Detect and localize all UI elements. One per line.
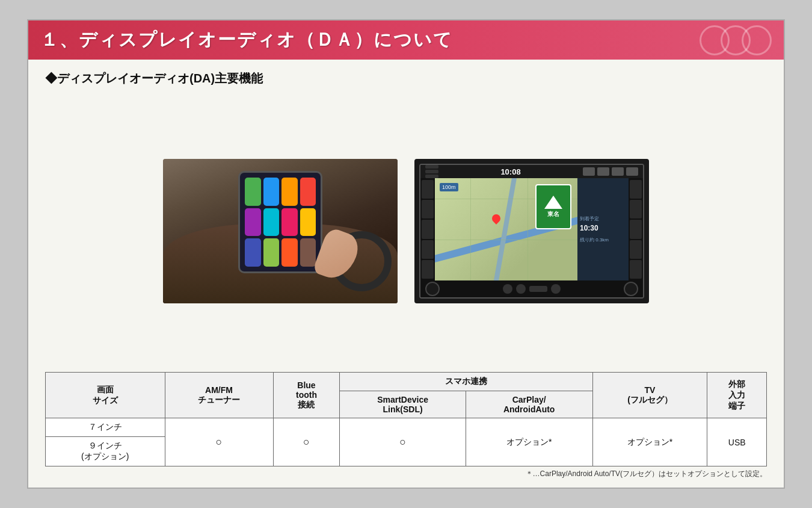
col-bluetooth: Bluetooth接続: [273, 373, 340, 418]
nav-distance-label: 残り約 0.3km: [580, 237, 626, 243]
header-title: １、ディスプレイオーディオ（ＤＡ）について: [40, 28, 453, 52]
footnote: ＊…CarPlay/Android Auto/TV(フルセグ）はセットオプション…: [45, 469, 767, 479]
col-tv: TV(フルセグ）: [592, 373, 707, 418]
col-sdl: SmartDeviceLink(SDL): [340, 391, 466, 418]
nav-marker: [490, 212, 502, 225]
car-image-right: 10:08: [414, 159, 649, 303]
nav-info-time: 10:30: [580, 224, 626, 232]
nav-map: 100m 東名: [435, 178, 577, 280]
col-amfm: AM/FMチューナー: [165, 373, 273, 418]
row1-bluetooth: ○: [273, 418, 340, 466]
nav-info-panel: 到着予定 10:30 残り約 0.3km: [577, 178, 629, 280]
images-row: 10:08: [45, 99, 767, 364]
nav-time: 10:08: [500, 167, 520, 176]
row2-screen: ９インチ(オプション): [46, 437, 165, 466]
header-decoration: [709, 25, 772, 55]
row1-amfm: ○: [165, 418, 273, 466]
col-smartphone: スマホ連携: [340, 373, 592, 391]
nav-unit: 10:08: [419, 164, 644, 299]
row1-tv: オプション*: [592, 418, 707, 466]
col-screen-size: 画面サイズ: [46, 373, 165, 418]
nav-body: 100m 東名 到着予定 10:30: [420, 178, 643, 280]
col-carplay: CarPlay/AndroidAuto: [466, 391, 592, 418]
row1-screen: ７インチ: [46, 418, 165, 437]
section-title: ◆ディスプレイオーディオ(DA)主要機能: [45, 70, 767, 87]
row1-sdl: ○: [340, 418, 466, 466]
car-image-left: [163, 159, 398, 303]
nav-top-bar: 10:08: [420, 165, 643, 178]
nav-route-label: 東名: [547, 210, 559, 218]
col-external: 外部入力端子: [707, 373, 767, 418]
feature-table: 画面サイズ AM/FMチューナー Bluetooth接続 スマホ連携 TV(フル…: [45, 372, 767, 466]
nav-arrow-icon: [544, 196, 562, 209]
row1-carplay: オプション*: [466, 418, 592, 466]
nav-route-sign: 東名: [535, 184, 571, 229]
nav-info-label: 到着予定: [580, 215, 626, 222]
deco-circle-3: [742, 25, 772, 55]
content-area: ◆ディスプレイオーディオ(DA)主要機能: [28, 60, 784, 488]
slide-container: １、ディスプレイオーディオ（ＤＡ）について ◆ディスプレイオーディオ(DA)主要…: [27, 19, 785, 489]
row1-external: USB: [707, 418, 767, 466]
table-container: 画面サイズ AM/FMチューナー Bluetooth接続 スマホ連携 TV(フル…: [45, 372, 767, 479]
header-bar: １、ディスプレイオーディオ（ＤＡ）について: [28, 20, 784, 60]
